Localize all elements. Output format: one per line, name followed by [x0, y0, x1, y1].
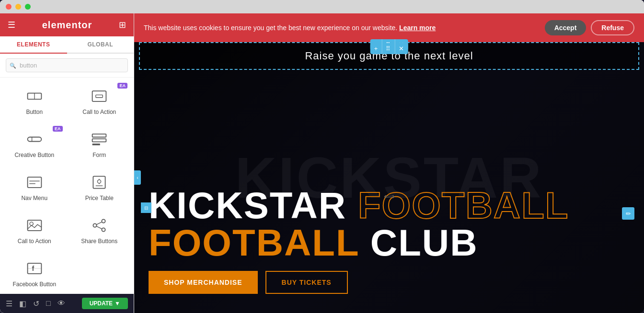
cookie-buttons: Accept Refuse — [545, 20, 634, 35]
sidebar-logo: elementor — [42, 20, 92, 31]
svg-point-20 — [93, 224, 97, 227]
price-icon — [90, 173, 109, 192]
resize-handle[interactable]: ⟺ — [384, 192, 395, 201]
search-input[interactable] — [6, 58, 128, 72]
svg-line-23 — [97, 226, 102, 229]
tab-global[interactable]: GLOBAL — [67, 36, 134, 53]
tab-elements[interactable]: ELEMENTS — [0, 36, 67, 54]
hero-title-left: KICKSTAR — [149, 184, 346, 226]
widget-cta2-label: Call to Action — [18, 238, 51, 245]
widget-nav-menu[interactable]: Nav Menu — [2, 166, 67, 209]
form-icon — [90, 130, 109, 149]
preview-icon[interactable]: 👁 — [58, 299, 65, 308]
svg-rect-2 — [92, 91, 106, 101]
hamburger-icon[interactable]: ☰ — [8, 20, 15, 30]
widget-share-label: Share Buttons — [81, 238, 117, 245]
settings-icon[interactable]: ☰ — [6, 299, 12, 308]
minimize-dot[interactable] — [15, 4, 21, 10]
shop-merchandise-button[interactable]: SHOP MERCHANDISE — [149, 271, 258, 294]
edit-widget-btn[interactable]: ✏ — [622, 207, 634, 220]
widget-call-to-action[interactable]: EA Call to Action — [67, 79, 132, 123]
svg-rect-3 — [96, 95, 103, 97]
accept-button[interactable]: Accept — [545, 20, 586, 35]
widget-cta-label: Call to Action — [82, 109, 116, 115]
collapse-handle[interactable]: ‹ — [134, 170, 141, 185]
share-icon — [90, 216, 109, 235]
svg-rect-4 — [27, 137, 41, 142]
svg-rect-8 — [92, 144, 100, 145]
history-icon[interactable]: ↺ — [33, 299, 39, 308]
layers-icon[interactable]: ◧ — [19, 299, 26, 308]
canvas-content: KICKSTAR Raise you game to the next leve… — [134, 42, 644, 313]
close-dot[interactable] — [6, 4, 12, 10]
svg-rect-9 — [27, 177, 41, 188]
move-row-btn[interactable]: ⠿ — [382, 43, 395, 54]
svg-rect-12 — [93, 176, 105, 188]
learn-more-link[interactable]: Learn more — [399, 24, 436, 32]
chevron-down-icon: ▼ — [115, 300, 120, 307]
cta2-icon — [25, 216, 44, 235]
hero-section[interactable]: KICKSTAR Raise you game to the next leve… — [134, 42, 644, 313]
widget-button[interactable]: Button — [2, 79, 67, 123]
widget-creative-btn-label: Creative Button — [14, 152, 54, 158]
update-button[interactable]: UPDATE ▼ — [82, 298, 128, 309]
svg-text:f: f — [32, 265, 34, 272]
widget-price-label: Price Table — [85, 195, 114, 201]
responsive-icon[interactable]: □ — [46, 299, 51, 308]
svg-line-22 — [97, 222, 102, 224]
svg-point-18 — [30, 222, 33, 225]
sidebar-tabs: ELEMENTS GLOBAL — [0, 36, 134, 54]
hero-title-mid-text: FOOTBALL — [149, 222, 370, 264]
widget-facebook-button[interactable]: f Facebook Button — [2, 252, 67, 294]
button-icon — [25, 87, 44, 106]
widget-button-label: Button — [26, 109, 43, 115]
sidebar-header: ☰ elementor ⊞ — [0, 13, 134, 36]
grid-icon[interactable]: ⊞ — [119, 20, 126, 30]
buy-tickets-button[interactable]: BUY TICKETS — [265, 271, 348, 294]
widget-nav-label: Nav Menu — [21, 195, 47, 201]
widget-grid: Button EA Call to Action EA — [0, 78, 134, 294]
add-row-btn[interactable]: + — [370, 43, 382, 54]
nav-icon — [25, 173, 44, 192]
svg-rect-6 — [92, 134, 106, 137]
window: ☰ elementor ⊞ ELEMENTS GLOBAL — [0, 0, 644, 313]
creative-btn-icon — [25, 130, 44, 149]
cta-icon — [90, 87, 109, 106]
refuse-button[interactable]: Refuse — [591, 20, 634, 35]
svg-point-19 — [102, 219, 105, 223]
svg-point-21 — [102, 228, 105, 231]
widget-creative-button[interactable]: EA Creative Button — [2, 123, 67, 166]
hero-title-right: CLUB — [370, 222, 478, 264]
canvas-area: This website uses cookies to ensure you … — [134, 13, 644, 313]
widget-share-buttons[interactable]: Share Buttons — [67, 209, 132, 252]
widget-call-to-action-2[interactable]: Call to Action — [2, 209, 67, 252]
section-toolbar-mid: + ⠿ ✕ — [370, 43, 408, 54]
widget-fb-label: Facebook Button — [12, 281, 56, 288]
hero-buttons: SHOP MERCHANDISE BUY TICKETS — [149, 271, 630, 294]
sidebar-bottom: ☰ ◧ ↺ □ 👁 UPDATE ▼ — [0, 294, 134, 313]
expand-dot[interactable] — [25, 4, 31, 10]
column-handle[interactable]: ⊟ — [141, 202, 151, 213]
cookie-banner: This website uses cookies to ensure you … — [134, 13, 644, 42]
ea-badge: EA — [117, 83, 127, 89]
widget-price-table[interactable]: Price Table — [67, 166, 132, 209]
widget-form[interactable]: Form — [67, 123, 132, 166]
close-row-btn[interactable]: ✕ — [395, 43, 408, 54]
svg-rect-7 — [92, 139, 106, 142]
widget-form-label: Form — [92, 152, 106, 158]
fb-icon: f — [25, 259, 44, 278]
title-bar — [0, 0, 644, 13]
svg-point-13 — [98, 180, 101, 183]
hero-title-mid: FOOTBALL — [358, 184, 568, 226]
sidebar: ☰ elementor ⊞ ELEMENTS GLOBAL — [0, 13, 134, 313]
search-bar — [0, 54, 134, 78]
ea-badge-2: EA — [53, 126, 63, 132]
cookie-text: This website uses cookies to ensure you … — [144, 24, 436, 32]
